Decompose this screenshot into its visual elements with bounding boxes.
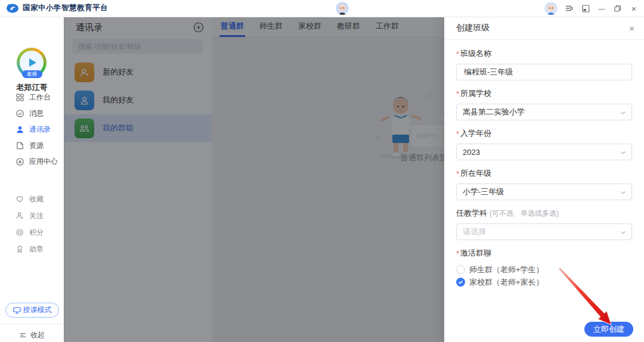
contacts-icon bbox=[16, 125, 24, 134]
sidebar-menu: 工作台 消息 通讯录 bbox=[0, 89, 64, 170]
radio-home-school-group[interactable]: 家校群（老师+家长） bbox=[456, 276, 632, 288]
sidebar-item-resources[interactable]: 资源 bbox=[0, 138, 64, 154]
chevron-down-icon bbox=[620, 229, 626, 235]
user-avatar[interactable] bbox=[544, 2, 558, 15]
enroll-year-select-value: 2023 bbox=[463, 148, 480, 157]
sidebar-item-points[interactable]: 积分 bbox=[0, 224, 64, 241]
subject-select[interactable]: 请选择 bbox=[456, 223, 632, 240]
sidebar-item-label: 资源 bbox=[29, 141, 44, 151]
collapse-icon bbox=[19, 331, 27, 339]
radio-label: 师生群（老师+学生） bbox=[469, 265, 544, 275]
school-select-value: 嵩县第二实验小学 bbox=[463, 107, 525, 117]
field-class-name: * 班级名称 bbox=[456, 48, 632, 80]
app-center-icon bbox=[16, 157, 24, 166]
sidebar-item-label: 积分 bbox=[29, 228, 44, 238]
message-icon bbox=[16, 109, 24, 118]
field-subject: 任教学科 (可不选、单选或多选) 请选择 bbox=[456, 208, 632, 240]
close-icon[interactable]: × bbox=[629, 24, 634, 33]
minimize-icon[interactable]: — bbox=[597, 4, 606, 13]
field-label: 所在年级 bbox=[460, 168, 491, 179]
field-enroll-year: * 入学年份 2023 bbox=[456, 128, 632, 160]
field-school: * 所属学校 嵩县第二实验小学 bbox=[456, 88, 632, 120]
window-controls: — × bbox=[544, 0, 638, 17]
heart-icon bbox=[16, 195, 24, 204]
class-name-input[interactable] bbox=[463, 67, 616, 77]
platform-title: 国家中小学智慧教育平台 bbox=[23, 3, 108, 13]
sidebar-item-messages[interactable]: 消息 bbox=[0, 105, 64, 122]
required-marker: * bbox=[456, 129, 459, 138]
grid-icon bbox=[16, 93, 24, 102]
sidebar-item-label: 收藏 bbox=[29, 194, 44, 204]
points-icon bbox=[16, 228, 24, 237]
list-settings-icon[interactable] bbox=[565, 4, 574, 13]
sidebar-item-app-center[interactable]: 应用中心 bbox=[0, 154, 64, 170]
sidebar-item-label: 通讯录 bbox=[29, 125, 51, 135]
sidebar-secondary-menu: 收藏 关注 积分 bbox=[0, 191, 64, 257]
field-label: 激活群聊 bbox=[460, 248, 491, 259]
mini-window-icon[interactable] bbox=[581, 4, 590, 13]
subject-select-placeholder: 请选择 bbox=[463, 226, 486, 237]
collapse-label: 收起 bbox=[30, 330, 45, 340]
field-label: 所属学校 bbox=[460, 88, 491, 99]
modal-overlay bbox=[64, 17, 444, 342]
panel-title: 创建班级 bbox=[456, 23, 629, 33]
sidebar-item-medals[interactable]: 勋章 bbox=[0, 241, 64, 257]
app-window: 国家中小学智慧教育平台 bbox=[0, 0, 644, 342]
follow-icon bbox=[16, 212, 24, 220]
field-label: 班级名称 bbox=[460, 48, 491, 59]
sidebar-item-label: 消息 bbox=[29, 108, 44, 119]
play-logo-icon bbox=[29, 58, 36, 67]
create-class-form: * 班级名称 * 所属学校 嵩县第二实验小学 bbox=[444, 40, 644, 288]
sidebar-item-favorites[interactable]: 收藏 bbox=[0, 191, 64, 207]
sidebar: 老师 老郑江哥 工作台 消息 bbox=[0, 17, 64, 342]
restore-icon[interactable] bbox=[614, 4, 622, 13]
assistant-avatar[interactable] bbox=[336, 2, 349, 15]
create-class-panel: 创建班级 × * 班级名称 * 所属学校 嵩县第二实验小学 bbox=[444, 17, 644, 342]
field-grade: * 所在年级 小学-三年级 bbox=[456, 168, 632, 200]
enroll-year-select[interactable]: 2023 bbox=[456, 144, 632, 160]
resource-icon bbox=[16, 141, 24, 150]
screen-icon bbox=[13, 307, 21, 314]
grade-select[interactable]: 小学-三年级 bbox=[456, 184, 632, 200]
sidebar-item-label: 勋章 bbox=[29, 244, 44, 254]
sidebar-item-follow[interactable]: 关注 bbox=[0, 207, 64, 224]
teach-mode-label: 授课模式 bbox=[23, 305, 52, 315]
field-activate-chat: * 激活群聊 师生群（老师+学生） 家校群（老师+家长） bbox=[456, 248, 632, 288]
radio-unchecked-icon bbox=[456, 265, 465, 274]
radio-checked-icon bbox=[456, 278, 465, 287]
sidebar-item-label: 应用中心 bbox=[29, 157, 58, 167]
field-label: 入学年份 bbox=[460, 128, 491, 139]
sidebar-divider bbox=[0, 324, 64, 324]
chevron-down-icon bbox=[620, 110, 626, 116]
brand: 国家中小学智慧教育平台 bbox=[6, 2, 108, 13]
chevron-down-icon bbox=[620, 189, 626, 195]
collapse-button[interactable]: 收起 bbox=[0, 330, 64, 340]
create-now-button[interactable]: 立即创建 bbox=[584, 322, 633, 337]
sidebar-item-label: 工作台 bbox=[29, 92, 51, 102]
teach-mode-button[interactable]: 授课模式 bbox=[5, 303, 59, 318]
required-marker: * bbox=[456, 49, 459, 58]
field-hint: (可不选、单选或多选) bbox=[490, 209, 559, 219]
radio-label: 家校群（老师+家长） bbox=[469, 277, 544, 288]
required-marker: * bbox=[456, 249, 459, 258]
class-name-input-wrap bbox=[456, 64, 632, 80]
medal-icon bbox=[16, 245, 24, 254]
required-marker: * bbox=[456, 169, 459, 178]
sidebar-item-label: 关注 bbox=[29, 211, 44, 221]
chevron-down-icon bbox=[620, 150, 626, 156]
window-close-icon[interactable]: × bbox=[630, 4, 638, 13]
required-marker: * bbox=[456, 89, 459, 98]
school-select[interactable]: 嵩县第二实验小学 bbox=[456, 104, 632, 120]
panel-header: 创建班级 × bbox=[444, 17, 644, 40]
role-badge: 老师 bbox=[22, 70, 42, 78]
field-label: 任教学科 bbox=[456, 208, 487, 219]
topbar: 国家中小学智慧教育平台 bbox=[0, 0, 644, 17]
platform-logo-icon bbox=[6, 2, 19, 13]
sidebar-item-workbench[interactable]: 工作台 bbox=[0, 89, 64, 105]
sidebar-item-contacts[interactable]: 通讯录 bbox=[0, 122, 64, 138]
grade-select-value: 小学-三年级 bbox=[463, 186, 504, 197]
radio-teacher-student-group[interactable]: 师生群（老师+学生） bbox=[456, 263, 632, 276]
